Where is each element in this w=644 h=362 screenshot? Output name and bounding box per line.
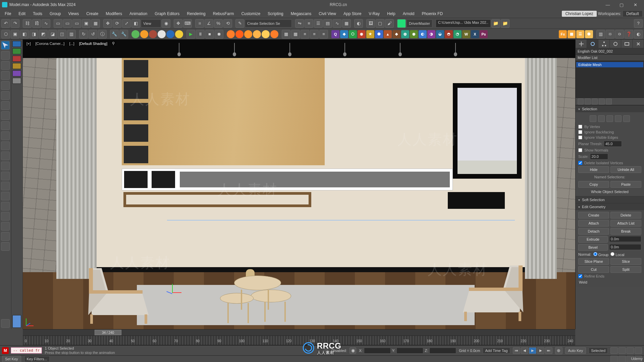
pt-fire6-icon[interactable] bbox=[270, 30, 278, 38]
pt-plugin-e-icon[interactable]: ★ bbox=[366, 30, 374, 38]
toggle-ribbon-button[interactable]: ▤ bbox=[323, 19, 332, 28]
pt-fire3-icon[interactable] bbox=[244, 30, 252, 38]
drivermaster-dropdown[interactable]: DriverMaster bbox=[407, 19, 432, 27]
align-button[interactable]: ≡ bbox=[305, 19, 313, 28]
zoom-button[interactable] bbox=[610, 347, 618, 354]
mirror-button[interactable]: ⇋ bbox=[295, 19, 304, 28]
menu-graph-editors[interactable]: Graph Editors bbox=[151, 10, 183, 17]
mst-config-icon[interactable] bbox=[606, 99, 612, 105]
menu-customize[interactable]: Customize bbox=[238, 10, 264, 17]
eg-cut-button[interactable]: Cut bbox=[578, 266, 609, 273]
pt-plugin-f-icon[interactable]: ⬢ bbox=[375, 30, 383, 38]
pt-refresh-1[interactable]: ↻ bbox=[79, 30, 88, 39]
snap-toggle-button[interactable]: ⌗ bbox=[195, 19, 204, 28]
so-vertex-icon[interactable] bbox=[590, 115, 596, 122]
set-key-button[interactable]: Set Key bbox=[2, 356, 21, 362]
pt-tool-6[interactable]: ◪ bbox=[48, 30, 57, 39]
menu-megascans[interactable]: Megascans bbox=[287, 10, 315, 17]
play-button[interactable]: ▶ bbox=[529, 347, 536, 354]
pt-stop-icon[interactable]: ■ bbox=[205, 30, 214, 39]
pt-plugin-b-icon[interactable]: ◆ bbox=[340, 30, 348, 38]
paste-named-sel-button[interactable]: Paste bbox=[610, 181, 641, 188]
pt-plugin-i-icon[interactable]: ◍ bbox=[401, 30, 409, 38]
prev-frame-button[interactable]: ◀ bbox=[521, 347, 528, 354]
pt-misc-3[interactable]: ≡ bbox=[301, 30, 309, 39]
select-name-button[interactable]: ▭ bbox=[63, 19, 72, 28]
unhide-all-button[interactable]: Unhide All bbox=[610, 166, 641, 173]
swatch-blue[interactable] bbox=[12, 41, 21, 47]
swatch-purple[interactable] bbox=[12, 70, 21, 76]
lt-tool-15[interactable] bbox=[1, 182, 10, 190]
lt-tool-13[interactable] bbox=[1, 162, 10, 170]
select-manipulate-button[interactable]: ✥ bbox=[174, 19, 182, 28]
so-face-icon[interactable] bbox=[606, 115, 613, 122]
chk-ignore-visible-edges[interactable]: Ignore Visible Edges bbox=[578, 135, 641, 139]
pt-right-1-icon[interactable]: Fx bbox=[559, 30, 567, 38]
lt-select-icon[interactable] bbox=[1, 41, 10, 50]
menu-scripting[interactable]: Scripting bbox=[264, 10, 287, 17]
so-poly-icon[interactable] bbox=[615, 115, 622, 122]
recent-path-button[interactable]: 📁 bbox=[501, 19, 509, 28]
menu-phoenixfd[interactable]: Phoenix FD bbox=[418, 10, 446, 17]
pt-misc-2[interactable]: ▦ bbox=[291, 30, 300, 39]
pt-misc-1[interactable]: ▦ bbox=[282, 30, 290, 39]
menu-rendering[interactable]: Rendering bbox=[183, 10, 209, 17]
lt-tool-21[interactable] bbox=[1, 242, 10, 251]
pt-tool-1[interactable]: ⬡ bbox=[1, 30, 10, 39]
pt-wrench-1[interactable]: 🔧 bbox=[110, 30, 119, 39]
mst-show-end-icon[interactable] bbox=[585, 99, 591, 105]
vp-menu-general[interactable]: [+] bbox=[25, 41, 33, 46]
material-editor-button[interactable]: ◐ bbox=[354, 19, 363, 28]
pt-record-icon[interactable]: ⏺ bbox=[215, 30, 223, 39]
timeline-ruler[interactable]: 0 10 20 30 40 50 60 70 80 90 100 110 120… bbox=[23, 336, 575, 345]
pt-info[interactable]: ⓘ bbox=[98, 30, 107, 39]
mst-pin-icon[interactable] bbox=[578, 99, 584, 105]
pt-plugin-n-icon[interactable]: ◓ bbox=[445, 30, 453, 38]
pt-right-3-icon[interactable]: ☰ bbox=[576, 30, 584, 38]
signed-in-user[interactable]: Christian Lopez bbox=[562, 11, 596, 17]
window-crossing-button[interactable]: ▣ bbox=[82, 19, 91, 28]
goto-start-button[interactable]: ⏮ bbox=[513, 347, 520, 354]
lt-tool-6[interactable] bbox=[1, 91, 10, 100]
x-field[interactable] bbox=[364, 348, 391, 354]
named-selection-dropdown[interactable]: Create Selection Se bbox=[245, 19, 292, 27]
tab-modify[interactable] bbox=[587, 40, 598, 48]
eg-delete-button[interactable]: Delete bbox=[610, 212, 641, 219]
key-mode-icon[interactable]: ⊕ bbox=[555, 347, 562, 354]
select-object-button[interactable]: ▭ bbox=[54, 19, 62, 28]
lt-tool-18[interactable] bbox=[1, 212, 10, 221]
minimize-button[interactable]: — bbox=[601, 0, 614, 9]
auto-key-button[interactable]: Auto Key bbox=[565, 347, 586, 354]
spinner-snap-button[interactable]: ⟲ bbox=[223, 19, 232, 28]
lt-tool-14[interactable] bbox=[1, 172, 10, 180]
lt-user-icon[interactable] bbox=[1, 319, 10, 328]
pt-plugin-k-icon[interactable]: ◐ bbox=[419, 30, 427, 38]
redo-button[interactable]: ↷ bbox=[11, 19, 19, 28]
pt-rfar-3[interactable]: ⛭ bbox=[615, 30, 624, 39]
pt-fire2-icon[interactable] bbox=[235, 30, 244, 38]
chk-ignore-backfacing[interactable]: Ignore Backfacing bbox=[578, 130, 641, 134]
scale-button[interactable]: ⤢ bbox=[122, 19, 131, 28]
menu-rebusfarm[interactable]: RebusFarm bbox=[210, 10, 237, 17]
eg-detach-button[interactable]: Detach bbox=[578, 228, 609, 235]
pt-rfar-2[interactable]: ⛭ bbox=[606, 30, 614, 39]
rollout-soft-selection-header[interactable]: Soft Selection bbox=[576, 196, 644, 203]
close-button[interactable]: ✕ bbox=[629, 0, 642, 9]
lt-tool-12[interactable] bbox=[1, 152, 10, 160]
orbit-button[interactable] bbox=[619, 356, 626, 362]
select-region-button[interactable]: ▭ bbox=[72, 19, 81, 28]
lt-tool-16[interactable] bbox=[1, 192, 10, 200]
pt-ball-blue-icon[interactable] bbox=[166, 30, 174, 38]
min-max-toggle-button[interactable] bbox=[635, 356, 642, 362]
planar-thresh-field[interactable] bbox=[604, 141, 622, 147]
tab-motion[interactable] bbox=[610, 40, 621, 48]
so-edge-icon[interactable] bbox=[598, 115, 605, 122]
zoom-all-button[interactable] bbox=[619, 347, 626, 354]
pt-plugin-p-icon[interactable]: W bbox=[462, 30, 470, 38]
eg-normal-local[interactable]: Local bbox=[610, 252, 624, 257]
project-path-field[interactable]: C:\Users\Usp... \3ds Max 202.. bbox=[436, 19, 491, 27]
eg-bevel-value[interactable] bbox=[609, 244, 641, 250]
lt-tool-10[interactable] bbox=[1, 131, 10, 140]
tab-utilities[interactable] bbox=[633, 40, 644, 48]
bind-spacewarp-button[interactable]: ∿ bbox=[42, 19, 50, 28]
